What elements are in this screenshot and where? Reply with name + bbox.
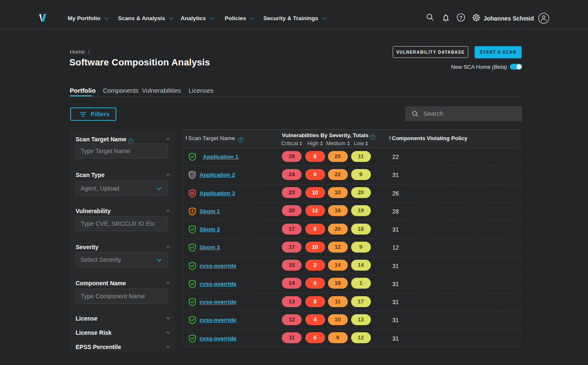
svg-text:?: ? (459, 15, 462, 20)
